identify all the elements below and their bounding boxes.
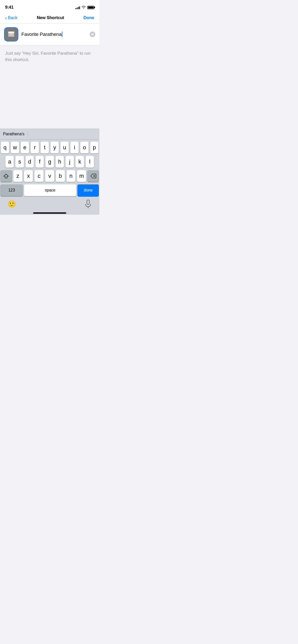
- delete-icon: [90, 174, 96, 178]
- shortcut-name-field-container[interactable]: Favorite Parathena: [21, 32, 87, 37]
- page-title: New Shortcut: [37, 15, 64, 20]
- key-q[interactable]: q: [1, 142, 9, 153]
- key-r[interactable]: r: [31, 142, 39, 153]
- numbers-key[interactable]: 123: [1, 184, 22, 196]
- svg-rect-0: [8, 35, 14, 37]
- shortcut-app-icon: [7, 30, 16, 39]
- key-row-3: z x c v b n m: [1, 170, 99, 182]
- home-indicator-bar: [33, 212, 66, 214]
- wifi-icon: [82, 6, 86, 9]
- svg-rect-3: [87, 200, 89, 204]
- space-key[interactable]: space: [24, 184, 76, 196]
- key-y[interactable]: y: [50, 142, 59, 153]
- key-p[interactable]: p: [90, 142, 99, 153]
- key-c[interactable]: c: [34, 170, 44, 182]
- clear-x-icon: [90, 32, 95, 37]
- shortcut-icon[interactable]: [4, 27, 18, 41]
- text-cursor: [62, 32, 62, 37]
- siri-description: Just say “Hey Siri, Favorite Parathena” …: [5, 50, 94, 63]
- description-area: Just say “Hey Siri, Favorite Parathena” …: [0, 45, 99, 67]
- key-d[interactable]: d: [25, 156, 34, 168]
- status-icons: [75, 6, 94, 9]
- emoji-button[interactable]: 🙂: [8, 200, 16, 208]
- shortcut-name-row: Favorite Parathena: [0, 24, 99, 45]
- keyboard-bottom-bar: 🙂: [0, 198, 99, 210]
- clear-button[interactable]: [90, 32, 95, 37]
- shift-key[interactable]: [1, 170, 12, 182]
- key-j[interactable]: j: [65, 156, 74, 168]
- key-t[interactable]: t: [40, 142, 49, 153]
- key-k[interactable]: k: [75, 156, 84, 168]
- key-row-1: q w e r t y u i o p: [1, 142, 99, 153]
- key-u[interactable]: u: [60, 142, 69, 153]
- key-b[interactable]: b: [56, 170, 65, 182]
- key-l[interactable]: l: [86, 156, 94, 168]
- keyboard-done-key[interactable]: done: [78, 184, 99, 196]
- key-x[interactable]: x: [24, 170, 33, 182]
- key-g[interactable]: g: [45, 156, 54, 168]
- autocorrect-suggestion[interactable]: Parathena's: [3, 132, 24, 136]
- key-h[interactable]: h: [56, 156, 64, 168]
- key-a[interactable]: a: [5, 156, 14, 168]
- autocorrect-bar: Parathena's: [0, 128, 99, 140]
- key-s[interactable]: s: [15, 156, 24, 168]
- keyboard: Parathena's q w e r t y u i o p a s d f …: [0, 128, 99, 215]
- home-indicator: [0, 210, 99, 215]
- key-f[interactable]: f: [35, 156, 44, 168]
- key-n[interactable]: n: [66, 170, 76, 182]
- key-o[interactable]: o: [80, 142, 89, 153]
- key-row-2: a s d f g h j k l: [1, 156, 99, 168]
- keyboard-rows: q w e r t y u i o p a s d f g h j k l: [0, 140, 99, 198]
- nav-bar: ‹ Back New Shortcut Done: [0, 13, 99, 24]
- shift-icon: [3, 173, 9, 179]
- key-row-4: 123 space done: [1, 184, 99, 196]
- key-m[interactable]: m: [77, 170, 86, 182]
- back-label: Back: [8, 15, 18, 20]
- key-e[interactable]: e: [21, 142, 29, 153]
- battery-icon: [87, 6, 94, 9]
- svg-rect-2: [8, 32, 14, 33]
- signal-icon: [75, 6, 80, 9]
- autocorrect-divider: [28, 131, 28, 137]
- back-button[interactable]: ‹ Back: [5, 15, 17, 20]
- shortcut-name-text: Favorite Parathena: [21, 32, 62, 37]
- key-z[interactable]: z: [13, 170, 22, 182]
- delete-key[interactable]: [88, 170, 99, 182]
- key-i[interactable]: i: [70, 142, 79, 153]
- status-bar: 9:41: [0, 0, 99, 13]
- status-time: 9:41: [5, 5, 13, 10]
- key-v[interactable]: v: [45, 170, 54, 182]
- back-chevron-icon: ‹: [5, 15, 7, 20]
- key-w[interactable]: w: [11, 142, 19, 153]
- microphone-button[interactable]: [85, 200, 92, 208]
- done-button[interactable]: Done: [83, 15, 94, 20]
